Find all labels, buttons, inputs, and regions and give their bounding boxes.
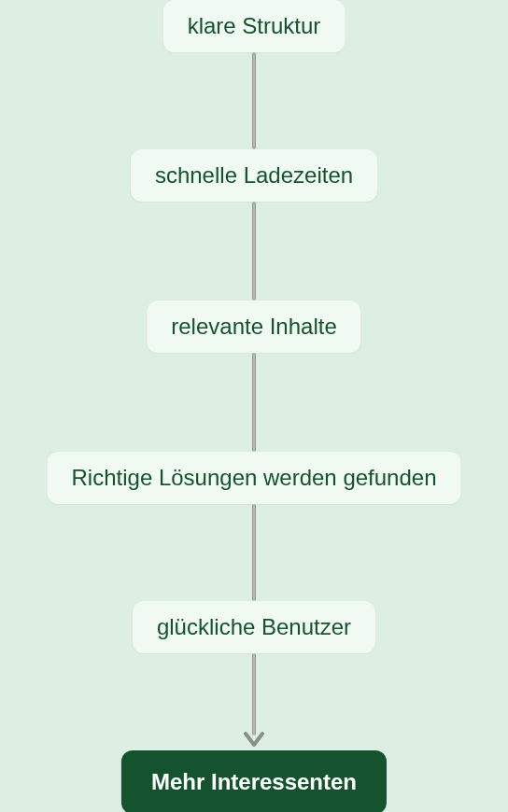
connector-1 [252, 52, 256, 149]
node-glueckliche-benutzer: glückliche Benutzer [133, 601, 375, 653]
node-label: klare Struktur [188, 13, 321, 38]
node-schnelle-ladezeiten: schnelle Ladezeiten [131, 149, 377, 202]
flow-diagram: klare Struktur schnelle Ladezeiten relev… [0, 0, 508, 812]
node-label: glückliche Benutzer [157, 614, 351, 639]
node-relevante-inhalte: relevante Inhalte [147, 301, 360, 353]
connector-4 [252, 504, 256, 601]
node-label: schnelle Ladezeiten [155, 162, 353, 188]
node-mehr-interessenten: Mehr Interessenten [121, 750, 387, 812]
node-label: Richtige Lösungen werden gefunden [72, 465, 437, 490]
node-label: relevante Inhalte [171, 314, 336, 339]
node-klare-struktur: klare Struktur [163, 0, 346, 52]
node-label: Mehr Interessenten [151, 769, 357, 794]
connector-5 [252, 653, 256, 735]
connector-3 [252, 353, 256, 452]
connector-2 [252, 202, 256, 301]
node-richtige-loesungen: Richtige Lösungen werden gefunden [48, 452, 461, 504]
